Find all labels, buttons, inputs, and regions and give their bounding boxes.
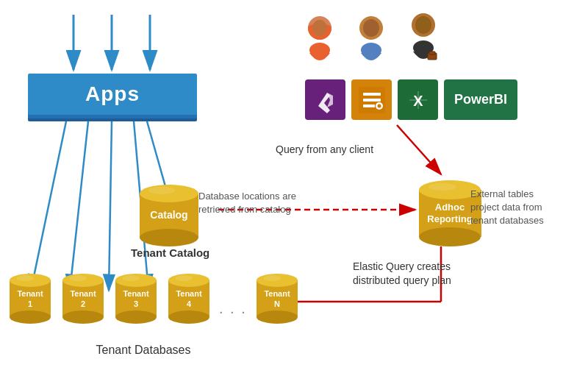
tenant-2-cylinder: Tenant 2 bbox=[60, 270, 106, 329]
svg-point-64 bbox=[175, 275, 193, 281]
svg-line-12 bbox=[397, 125, 441, 174]
apps-label: Apps bbox=[85, 82, 140, 106]
svg-line-9 bbox=[109, 121, 112, 291]
app-icons-row: X PowerBI bbox=[305, 79, 517, 120]
svg-point-52 bbox=[69, 275, 87, 281]
svg-text:Catalog: Catalog bbox=[150, 209, 187, 221]
svg-point-45 bbox=[10, 310, 51, 324]
apps-layer-front: Apps bbox=[28, 74, 197, 115]
svg-rect-24 bbox=[363, 99, 381, 102]
tenant-n-cylinder: Tenant N bbox=[254, 270, 300, 329]
apps-container: Apps bbox=[18, 74, 207, 121]
svg-point-46 bbox=[16, 275, 34, 281]
svg-text:Tenant: Tenant bbox=[17, 289, 43, 298]
svg-text:1: 1 bbox=[28, 299, 32, 308]
tenant-4-cylinder: Tenant 4 bbox=[166, 270, 212, 329]
settings-tools-icon bbox=[351, 79, 392, 120]
svg-rect-25 bbox=[363, 104, 375, 107]
svg-line-8 bbox=[70, 121, 88, 291]
person-figure-1 bbox=[305, 16, 334, 68]
powerbi-icon: PowerBI bbox=[444, 79, 517, 120]
powerbi-label: PowerBI bbox=[454, 92, 507, 107]
person-figure-3 bbox=[408, 13, 439, 68]
svg-line-7 bbox=[31, 121, 66, 291]
svg-text:Tenant: Tenant bbox=[264, 289, 290, 298]
elastic-query-label: Elastic Query createsdistributed query p… bbox=[353, 260, 451, 288]
people-area bbox=[305, 13, 439, 68]
svg-point-34 bbox=[140, 229, 198, 246]
tenant-3-cylinder: Tenant 3 bbox=[113, 270, 159, 329]
svg-text:Tenant: Tenant bbox=[123, 289, 149, 298]
svg-point-51 bbox=[62, 310, 104, 324]
svg-text:Adhoc: Adhoc bbox=[435, 202, 465, 213]
svg-rect-23 bbox=[363, 93, 381, 96]
visual-studio-icon bbox=[305, 79, 345, 120]
query-any-client-label: Query from any client bbox=[276, 143, 373, 155]
svg-rect-20 bbox=[429, 51, 435, 54]
svg-point-39 bbox=[419, 227, 481, 246]
svg-point-57 bbox=[115, 310, 157, 324]
tenant-databases-label: Tenant Databases bbox=[7, 344, 279, 357]
svg-text:Reporting: Reporting bbox=[427, 213, 472, 224]
svg-text:2: 2 bbox=[81, 299, 85, 308]
excel-icon: X bbox=[398, 79, 438, 120]
catalog-cylinder-svg: Catalog bbox=[136, 180, 202, 250]
svg-text:Tenant: Tenant bbox=[70, 289, 96, 298]
catalog-cylinder: Catalog bbox=[136, 180, 202, 253]
apps-stack: Apps bbox=[28, 74, 197, 121]
svg-text:3: 3 bbox=[134, 299, 138, 308]
svg-point-35 bbox=[148, 187, 175, 194]
external-tables-label: External tablesproject data fromtenant d… bbox=[470, 188, 544, 228]
svg-text:N: N bbox=[274, 299, 280, 308]
svg-text:4: 4 bbox=[187, 299, 192, 308]
svg-text:Tenant: Tenant bbox=[176, 289, 202, 298]
svg-point-40 bbox=[429, 183, 456, 191]
svg-point-27 bbox=[377, 104, 381, 107]
person-figure-2 bbox=[356, 16, 386, 68]
svg-point-63 bbox=[168, 310, 209, 324]
tenant-1-cylinder: Tenant 1 bbox=[7, 270, 53, 329]
tenant-catalog-label: Tenant Catalog bbox=[131, 246, 209, 259]
svg-point-69 bbox=[257, 310, 298, 324]
tenant-databases-row: Tenant 1 Tenant 2 Tenant 3 Tenant 4 · · … bbox=[7, 270, 300, 329]
svg-point-70 bbox=[263, 275, 281, 281]
tenant-ellipsis: · · · bbox=[219, 303, 247, 329]
svg-point-58 bbox=[122, 275, 140, 281]
db-locations-label: Database locations areretrieved from cat… bbox=[198, 190, 296, 216]
